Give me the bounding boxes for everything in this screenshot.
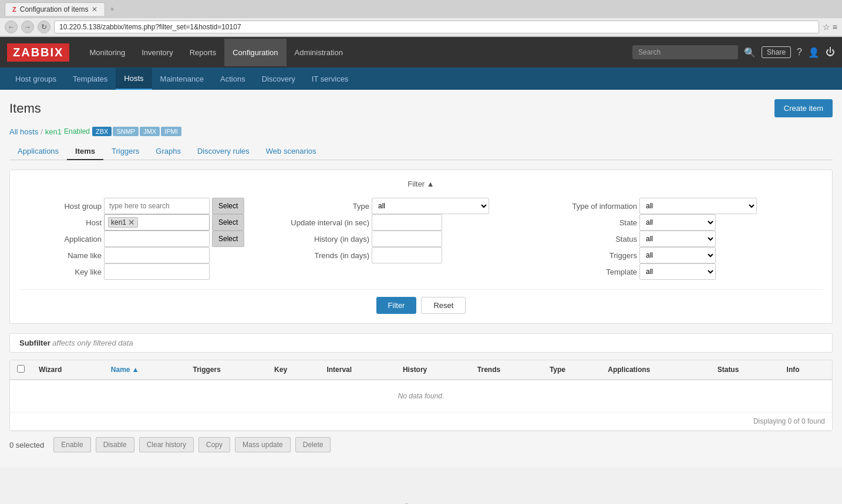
th-name[interactable]: Name ▲ xyxy=(104,360,186,380)
mass-update-button[interactable]: Mass update xyxy=(235,437,291,452)
subfilter-bar: Subfilter affects only filtered data xyxy=(9,333,833,353)
update-interval-input[interactable] xyxy=(372,214,442,231)
enable-button[interactable]: Enable xyxy=(53,437,90,452)
user-icon[interactable]: 👤 xyxy=(808,47,820,58)
history-days-input[interactable] xyxy=(372,231,442,247)
update-interval-control xyxy=(372,214,442,231)
tab-close-icon[interactable]: ✕ xyxy=(92,5,97,13)
subnav-hosts[interactable]: Hosts xyxy=(116,68,151,90)
application-row: Application Select xyxy=(19,231,287,247)
search-icon[interactable]: 🔍 xyxy=(744,47,756,58)
triggers-label: Triggers xyxy=(555,251,637,260)
share-button[interactable]: Share xyxy=(762,46,791,58)
host-group-input[interactable] xyxy=(104,198,210,214)
tab-discovery-rules[interactable]: Discovery rules xyxy=(189,143,258,160)
name-like-input[interactable] xyxy=(104,247,210,263)
breadcrumb-host[interactable]: ken1 xyxy=(45,127,62,136)
browser-tab[interactable]: Z Configuration of items ✕ xyxy=(5,2,105,16)
key-like-label: Key like xyxy=(19,268,102,276)
host-tag-input[interactable]: ken1 ✕ xyxy=(104,214,210,231)
back-button[interactable]: ← xyxy=(5,21,18,33)
tab-triggers[interactable]: Triggers xyxy=(103,143,147,160)
application-input[interactable] xyxy=(104,231,210,247)
status-label: Status xyxy=(555,235,637,243)
table-footer-row: Displaying 0 of 0 found xyxy=(10,412,832,431)
type-select[interactable]: all Zabbix agent xyxy=(372,198,489,214)
key-like-input[interactable] xyxy=(104,263,210,280)
header-right: 🔍 Share ? 👤 ⏻ xyxy=(632,45,835,59)
badge-zbx: ZBX xyxy=(92,127,112,136)
tab-web-scenarios[interactable]: Web scenarios xyxy=(258,143,325,160)
nav-configuration[interactable]: Configuration xyxy=(224,39,286,66)
filter-header[interactable]: Filter ▲ xyxy=(19,180,823,188)
nav-monitoring[interactable]: Monitoring xyxy=(81,39,133,66)
bottom-toolbar: 0 selected Enable Disable Clear history … xyxy=(9,431,833,458)
status-select[interactable]: all Enabled Disabled xyxy=(639,231,716,247)
nav-inventory[interactable]: Inventory xyxy=(133,39,181,66)
bookmark-icon[interactable]: ☆ xyxy=(823,22,830,32)
help-icon[interactable]: ? xyxy=(797,47,802,57)
reload-button[interactable]: ↻ xyxy=(38,21,50,33)
state-control: all Normal Not supported xyxy=(639,214,716,231)
filter-button[interactable]: Filter xyxy=(376,297,417,314)
sub-nav: Host groups Templates Hosts Maintenance … xyxy=(0,67,842,90)
power-icon[interactable]: ⏻ xyxy=(826,47,835,57)
filter-col-1: Host group Select Host ken1 ✕ xyxy=(19,198,287,280)
subnav-it-services[interactable]: IT services xyxy=(304,69,357,89)
host-select-button[interactable]: Select xyxy=(212,214,244,231)
displaying-count: Displaying 0 of 0 found xyxy=(10,412,832,431)
host-group-label: Host group xyxy=(19,202,102,211)
data-table: Wizard Name ▲ Triggers Key Interval Hist… xyxy=(9,360,833,431)
badge-ipmi: IPMI xyxy=(161,127,181,136)
application-label: Application xyxy=(19,235,102,243)
subnav-maintenance[interactable]: Maintenance xyxy=(152,69,212,89)
tab-graphs[interactable]: Graphs xyxy=(147,143,189,160)
state-row: State all Normal Not supported xyxy=(555,214,823,231)
subnav-host-groups[interactable]: Host groups xyxy=(7,69,65,89)
breadcrumb-all-hosts[interactable]: All hosts xyxy=(9,127,38,136)
page-tabs: Applications Items Triggers Graphs Disco… xyxy=(9,143,833,160)
type-control: all Zabbix agent xyxy=(372,198,489,214)
host-group-control: Select xyxy=(104,198,244,214)
reset-button[interactable]: Reset xyxy=(421,297,466,314)
address-bar[interactable] xyxy=(54,21,819,33)
th-type: Type xyxy=(543,360,601,380)
template-label: Template xyxy=(555,268,637,276)
host-type-badges: ZBX SNMP JMX IPMI xyxy=(92,127,181,136)
type-of-info-control: all Numeric (unsigned) Numeric (float) xyxy=(639,198,757,214)
subnav-templates[interactable]: Templates xyxy=(65,69,116,89)
tab-applications[interactable]: Applications xyxy=(9,143,67,160)
clear-history-button[interactable]: Clear history xyxy=(139,437,194,452)
disable-button[interactable]: Disable xyxy=(96,437,134,452)
application-select-button[interactable]: Select xyxy=(212,231,244,247)
menu-icon[interactable]: ≡ xyxy=(833,22,837,32)
template-control: all xyxy=(639,263,716,280)
host-group-select-button[interactable]: Select xyxy=(212,198,244,214)
tab-items[interactable]: Items xyxy=(67,143,103,160)
subnav-discovery[interactable]: Discovery xyxy=(254,69,304,89)
template-row: Template all xyxy=(555,263,823,280)
forward-button[interactable]: → xyxy=(21,21,34,33)
select-all-checkbox[interactable] xyxy=(17,365,25,373)
name-like-control xyxy=(104,247,210,263)
state-select[interactable]: all Normal Not supported xyxy=(639,214,716,231)
nav-reports[interactable]: Reports xyxy=(181,39,225,66)
trends-days-input[interactable] xyxy=(372,247,442,263)
nav-administration[interactable]: Administration xyxy=(287,39,351,66)
type-of-info-select[interactable]: all Numeric (unsigned) Numeric (float) xyxy=(639,198,757,214)
triggers-select[interactable]: all Yes No xyxy=(639,247,716,263)
browser-titlebar: Z Configuration of items ✕ + xyxy=(0,0,842,18)
delete-button[interactable]: Delete xyxy=(295,437,331,452)
copy-button[interactable]: Copy xyxy=(198,437,230,452)
select-all-header[interactable] xyxy=(10,360,32,380)
global-search-input[interactable] xyxy=(632,45,738,59)
template-select[interactable]: all xyxy=(639,263,716,280)
create-item-button[interactable]: Create item xyxy=(774,99,833,117)
filter-section: Filter ▲ Host group Select Host xyxy=(9,170,833,324)
update-interval-row: Update interval (in sec) xyxy=(287,214,555,231)
subnav-actions[interactable]: Actions xyxy=(212,69,254,89)
host-tag-remove-icon[interactable]: ✕ xyxy=(128,218,135,226)
new-tab-btn[interactable]: + xyxy=(110,5,114,13)
host-tag: ken1 ✕ xyxy=(108,217,138,228)
type-of-info-label: Type of information xyxy=(555,202,637,211)
